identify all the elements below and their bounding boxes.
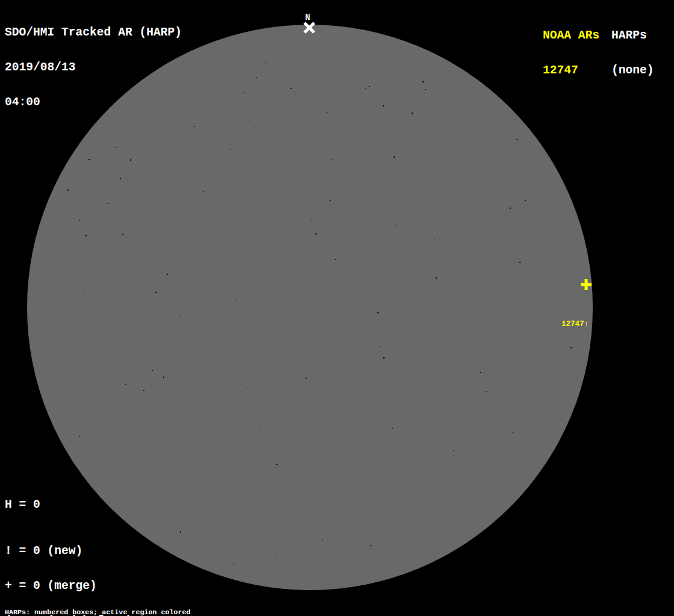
noaa-ars-column: NOAA ARs 12747 [543,7,599,100]
solar-disk-view: SDO/HMI Tracked AR (HARP) 2019/08/13 04:… [0,0,674,616]
north-label: N [305,13,310,22]
date-label: 2019/08/13 [5,62,182,73]
legend-harp-count: H = 0 [5,499,40,511]
harps-header: HARPs [611,30,654,42]
harps-column: HARPs (none) [611,7,654,100]
page-title: SDO/HMI Tracked AR (HARP) [5,27,182,38]
noaa-ars-value: 12747 [543,65,599,76]
time-label: 04:00 [5,97,182,108]
footer-harps-note: HARPs: numbered boxes; active region col… [5,609,250,616]
footer-notes: HARPs: numbered boxes; active region col… [5,596,250,616]
legend-line-merge: + = 0 (merge) [5,581,139,592]
title-block: SDO/HMI Tracked AR (HARP) 2019/08/13 04:… [5,4,182,131]
harps-value: (none) [611,65,654,76]
noaa-ars-header: NOAA ARs [543,30,599,42]
legend-line-new: ! = 0 (new) [5,546,139,557]
noaa-ar-number-label: 12747↑ [561,321,589,328]
